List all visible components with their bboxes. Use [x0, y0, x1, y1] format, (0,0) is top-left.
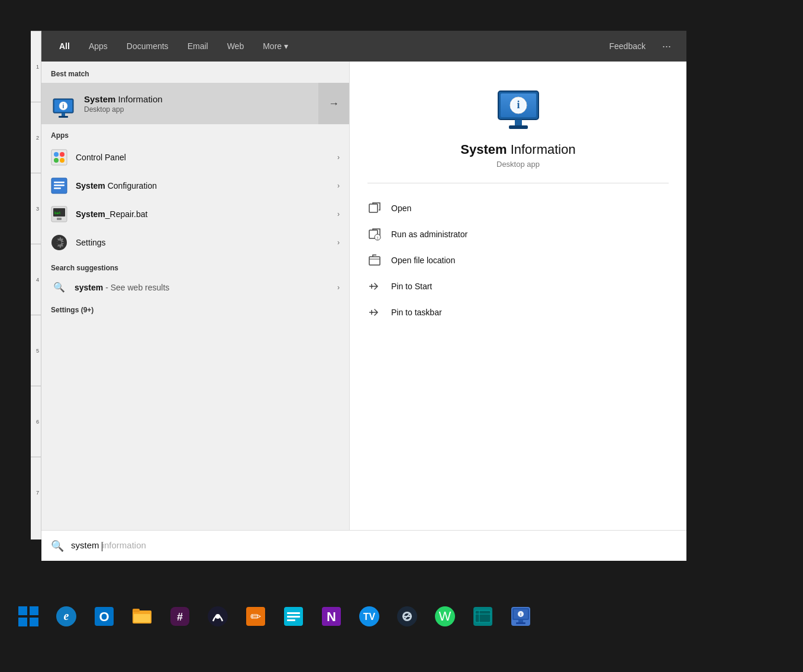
slack-icon[interactable]: #: [163, 600, 196, 633]
orange-app-icon[interactable]: ✏: [239, 600, 272, 633]
search-nav-bar: All Apps Documents Email Web More ▾ Feed…: [41, 31, 686, 62]
svg-text:!: !: [377, 235, 378, 241]
svg-rect-33: [369, 257, 380, 265]
app-item-system-repair[interactable]: bat System_Repair.bat ›: [41, 200, 349, 228]
feedback-button[interactable]: Feedback: [601, 38, 654, 54]
ruler-left: 1 2 3 4 5 6 7: [31, 31, 41, 539]
best-match-arrow-button[interactable]: →: [318, 83, 349, 124]
chevron-icon-system-config: ›: [337, 182, 340, 190]
outlook-icon[interactable]: O: [88, 600, 121, 633]
svg-point-53: [215, 614, 220, 619]
app-item-system-config[interactable]: System Configuration ›: [41, 172, 349, 200]
ruler-mark-4: 4: [31, 244, 41, 315]
left-panel: Best match i: [41, 62, 349, 539]
action-run-as-admin-label: Run as administrator: [391, 230, 467, 239]
best-match-name: System Information: [84, 94, 309, 104]
action-pin-taskbar[interactable]: Pin to taskbar: [367, 299, 669, 325]
teal-app-icon[interactable]: [466, 600, 499, 633]
app-item-control-panel[interactable]: Control Panel ›: [41, 143, 349, 172]
control-panel-icon: [51, 149, 67, 166]
nav-item-email[interactable]: Email: [179, 38, 217, 54]
nav-item-more[interactable]: More ▾: [254, 38, 296, 54]
cyan-app-icon[interactable]: [277, 600, 310, 633]
action-list: Open ! Run as administrator: [367, 195, 669, 325]
svg-rect-29: [369, 204, 378, 212]
action-open[interactable]: Open: [367, 195, 669, 221]
action-open-file-location-label: Open file location: [391, 256, 455, 265]
apps-section-label: Apps: [41, 124, 349, 143]
svg-point-9: [54, 158, 59, 163]
svg-rect-48: [133, 609, 140, 612]
svg-point-8: [60, 152, 65, 157]
svg-rect-18: [57, 218, 62, 220]
action-pin-taskbar-label: Pin to taskbar: [391, 308, 442, 317]
settings-icon: [51, 234, 67, 251]
system-config-icon: [51, 177, 67, 194]
svg-point-20: [57, 241, 62, 245]
app-name-system-repair: System_Repair.bat: [76, 209, 337, 219]
ruler-mark-6: 6: [31, 386, 41, 457]
svg-rect-70: [475, 610, 491, 622]
svg-rect-4: [62, 113, 65, 116]
edge-icon[interactable]: e: [50, 600, 83, 633]
open-icon: [367, 201, 382, 215]
ruler-mark-7: 7: [31, 457, 41, 528]
search-bar-text: system information: [71, 540, 146, 551]
system-info-icon: i: [51, 95, 67, 112]
taskbar: e O # ✏: [0, 561, 803, 672]
svg-point-7: [54, 152, 59, 157]
svg-rect-12: [54, 182, 65, 183]
svg-text:#: #: [177, 611, 183, 623]
nav-item-all[interactable]: All: [51, 38, 78, 54]
svg-text:bat: bat: [54, 211, 61, 215]
run-as-admin-icon: !: [367, 227, 382, 241]
app-item-settings[interactable]: Settings ›: [41, 228, 349, 257]
svg-text:i: i: [517, 99, 520, 111]
file-explorer-icon[interactable]: [125, 600, 159, 633]
whatsapp-icon[interactable]: W: [428, 600, 462, 633]
steam-icon[interactable]: [391, 600, 424, 633]
svg-text:✏: ✏: [250, 609, 262, 624]
action-open-label: Open: [391, 203, 411, 213]
app-detail-icon: i: [495, 85, 542, 133]
svg-text:N: N: [327, 609, 336, 624]
right-panel: i System Information Desktop app: [349, 62, 686, 539]
chevron-icon-suggestion: ›: [337, 283, 340, 292]
search-suggestions-label: Search suggestions: [41, 257, 349, 276]
action-run-as-admin[interactable]: ! Run as administrator: [367, 221, 669, 247]
svg-rect-38: [18, 606, 27, 615]
ruler-mark-1: 1: [31, 31, 41, 102]
arc-browser-icon[interactable]: [201, 600, 234, 633]
best-match-main[interactable]: i System Information Desktop app: [41, 86, 318, 122]
svg-rect-49: [134, 614, 150, 622]
app-name-control-panel: Control Panel: [76, 153, 337, 162]
panel-divider: [367, 183, 669, 183]
app-detail-name: System Information: [460, 142, 575, 157]
nav-item-apps[interactable]: Apps: [80, 38, 116, 54]
sysinfo-taskbar-icon[interactable]: i: [504, 600, 537, 633]
teamviewer-icon[interactable]: TV: [353, 600, 386, 633]
suggestion-item-system[interactable]: 🔍 system - See web results ›: [41, 276, 349, 299]
svg-rect-6: [51, 150, 67, 165]
best-match-item[interactable]: i System Information Desktop app →: [41, 83, 349, 124]
search-bar-icon: 🔍: [51, 539, 64, 553]
search-placeholder-text: information: [102, 540, 146, 550]
nav-item-web[interactable]: Web: [219, 38, 253, 54]
action-pin-start[interactable]: Pin to Start: [367, 273, 669, 299]
windows-start-button[interactable]: [12, 600, 45, 633]
ruler-mark-2: 2: [31, 102, 41, 173]
svg-text:TV: TV: [363, 612, 376, 622]
svg-rect-14: [54, 188, 61, 189]
more-options-button[interactable]: ···: [656, 37, 677, 56]
svg-rect-58: [287, 616, 300, 618]
onenote-icon[interactable]: N: [315, 600, 348, 633]
nav-item-documents[interactable]: Documents: [118, 38, 177, 54]
svg-rect-27: [515, 119, 522, 125]
ruler-mark-3: 3: [31, 173, 41, 244]
svg-rect-39: [30, 606, 38, 615]
best-match-label: Best match: [41, 62, 349, 83]
search-bar[interactable]: 🔍 system information: [41, 530, 686, 561]
app-name-system-config: System Configuration: [76, 181, 337, 190]
open-file-location-icon: [367, 253, 382, 267]
action-open-file-location[interactable]: Open file location: [367, 247, 669, 273]
